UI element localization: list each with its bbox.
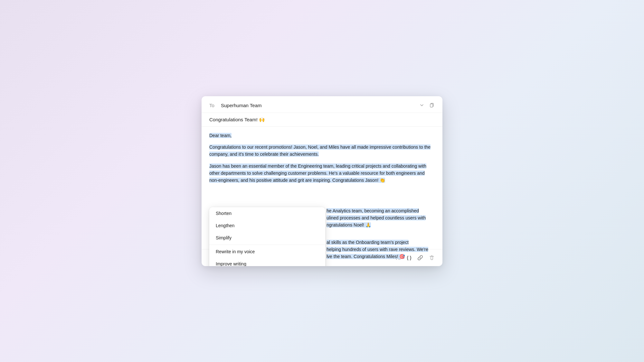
expand-icon[interactable] (419, 103, 424, 108)
to-row: To Superhuman Team (209, 103, 261, 108)
selected-paragraph2: Jason has been an essential member of th… (209, 163, 426, 183)
to-label: To (209, 103, 217, 108)
subject-line[interactable]: Congratulations Team! 🙌 (202, 113, 442, 127)
ai-option-improve-writing[interactable]: Improve writing (209, 258, 325, 266)
partial-text-block: he Analytics team, becoming an accomplis… (327, 207, 435, 229)
ai-option-rewrite-voice[interactable]: Rewrite in my voice (209, 246, 325, 258)
ai-option-lengthen[interactable]: Lengthen (209, 219, 325, 232)
header-icons (419, 103, 435, 108)
partial-text-block-2: al skills as the Onboarding team's proje… (327, 239, 435, 260)
compose-header: To Superhuman Team (202, 96, 442, 113)
selected-paragraph1: Congratulations to our recent promotions… (209, 144, 431, 157)
email-body: Dear team, Congratulations to our recent… (209, 132, 435, 184)
selected-greeting: Dear team, (209, 133, 232, 138)
divider-1 (209, 245, 325, 245)
svg-rect-1 (430, 104, 433, 107)
ai-option-shorten[interactable]: Shorten (209, 207, 325, 219)
compose-body: Dear team, Congratulations to our recent… (202, 127, 442, 249)
ai-dropdown: Shorten Lengthen Simplify Rewrite in my … (209, 207, 325, 266)
recipient[interactable]: Superhuman Team (221, 103, 261, 108)
ai-option-simplify[interactable]: Simplify (209, 232, 325, 244)
copy-icon[interactable] (430, 103, 435, 108)
compose-window: To Superhuman Team Congratulations Team!… (202, 96, 442, 266)
